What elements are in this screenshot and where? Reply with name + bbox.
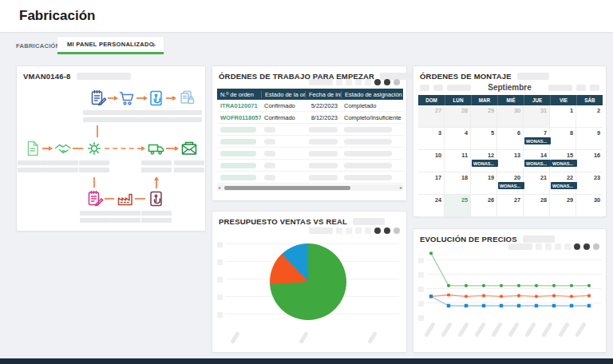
assembly-order-badge[interactable]: WONAS... bbox=[498, 182, 524, 189]
x-axis-label-placeholder bbox=[367, 331, 378, 344]
flow-node-open-mail[interactable] bbox=[170, 139, 208, 172]
arrow-right-icon bbox=[141, 146, 145, 151]
table-row-skeleton bbox=[217, 124, 403, 136]
toolbar-dot-icon[interactable] bbox=[394, 228, 400, 234]
arrow-right-icon bbox=[172, 96, 176, 101]
calendar-day[interactable]: 13 bbox=[497, 150, 524, 172]
day-number: 21 bbox=[540, 174, 547, 181]
toolbar-dot-icon[interactable] bbox=[374, 228, 381, 234]
order-start-date: 5/22/2023 bbox=[305, 102, 341, 109]
flow-node-secured-documents[interactable] bbox=[168, 89, 206, 122]
calendar-day[interactable]: 16 bbox=[576, 150, 603, 172]
flow-node-touch-device-dark[interactable] bbox=[137, 189, 176, 223]
placeholder-bar bbox=[447, 85, 471, 91]
calendar-day[interactable]: 11 bbox=[445, 150, 471, 172]
calendar-day[interactable]: 8 bbox=[550, 128, 576, 150]
calendar-day[interactable]: 27 bbox=[418, 105, 445, 128]
calendar-week: 24 25 26 27 28 29 30 bbox=[418, 195, 603, 217]
scroll-right-icon[interactable]: ▸ bbox=[400, 185, 402, 190]
calendar-day[interactable]: 2 bbox=[576, 105, 603, 128]
order-status: Confirmado bbox=[261, 114, 305, 121]
flow-panel-title: VMAN0146-8 bbox=[23, 72, 71, 81]
calendar-day[interactable]: 28 bbox=[445, 105, 471, 128]
toolbar-dot-icon[interactable] bbox=[384, 79, 390, 85]
toolbar-dot-icon[interactable] bbox=[384, 228, 390, 234]
calendar-day[interactable]: 22WONAS... bbox=[550, 172, 576, 195]
calendar-day[interactable]: 27 bbox=[497, 195, 524, 217]
panel-toolbar bbox=[309, 79, 400, 85]
document-icon bbox=[23, 139, 42, 158]
calendar-day[interactable]: 20WONAS... bbox=[497, 172, 524, 195]
order-number-link[interactable]: ITRA0120071 bbox=[217, 102, 261, 109]
calendar-nav-button-placeholder[interactable] bbox=[576, 85, 586, 91]
calendar-day[interactable]: 29 bbox=[471, 105, 497, 128]
calendar-day[interactable]: 30 bbox=[576, 195, 603, 217]
calendar-day[interactable]: 3 bbox=[418, 128, 445, 150]
gear-icon bbox=[85, 139, 104, 158]
calendar-day[interactable]: 17 bbox=[418, 172, 445, 195]
calendar-day[interactable]: 28 bbox=[524, 195, 550, 217]
toolbar-dot-icon[interactable] bbox=[374, 79, 381, 85]
calendar-day[interactable]: 15WONAS... bbox=[550, 150, 576, 172]
factory-icon bbox=[116, 189, 135, 208]
calendar-nav-button-placeholder[interactable] bbox=[590, 85, 599, 91]
flow-node-gear[interactable] bbox=[75, 139, 113, 172]
x-axis-label-placeholder bbox=[474, 322, 486, 338]
assembly-order-badge[interactable]: WONAS... bbox=[472, 160, 498, 167]
toolbar-icon-placeholder bbox=[346, 228, 352, 234]
assembly-orders-title: ÓRDENES DE MONTAJE bbox=[420, 72, 512, 81]
column-header[interactable]: Estado de asignación bbox=[341, 91, 403, 98]
assembly-order-badge[interactable]: WONAS... bbox=[524, 137, 551, 144]
price-lines-svg[interactable] bbox=[420, 247, 602, 322]
arrow-up-icon bbox=[154, 176, 159, 180]
calendar-day[interactable]: 12WONAS... bbox=[471, 150, 497, 172]
calendar-day[interactable]: 21 bbox=[524, 172, 550, 195]
budget-pie-chart[interactable] bbox=[270, 243, 346, 320]
calendar-day[interactable]: 10 bbox=[418, 150, 445, 172]
calendar-day[interactable]: 23 bbox=[576, 172, 603, 195]
calendar-day[interactable]: 26 bbox=[471, 195, 497, 217]
calendar-day[interactable]: 1 bbox=[550, 105, 576, 128]
column-header[interactable]: N.º de orden bbox=[217, 91, 261, 98]
calendar-day[interactable]: 18 bbox=[445, 172, 471, 195]
calendar-day[interactable]: 31 bbox=[524, 105, 550, 128]
calendar-day[interactable]: 29 bbox=[550, 195, 576, 217]
calendar-day[interactable]: 9 bbox=[576, 128, 603, 150]
horizontal-scrollbar[interactable]: ◂ ▸ bbox=[217, 184, 403, 191]
toolbar-dot-icon[interactable] bbox=[394, 79, 400, 85]
calendar-nav-button-placeholder[interactable] bbox=[433, 85, 443, 91]
day-number: 4 bbox=[465, 129, 468, 136]
order-assignment-status: Completado bbox=[341, 102, 403, 109]
x-axis-label-placeholder bbox=[524, 322, 536, 338]
flow-connector bbox=[73, 148, 83, 149]
scrollbar-thumb[interactable] bbox=[224, 186, 350, 190]
calendar-day-today[interactable]: 25 bbox=[445, 195, 471, 217]
calendar-day[interactable]: 7WONAS... bbox=[524, 128, 550, 150]
calendar-day[interactable]: 5 bbox=[471, 128, 497, 150]
table-row[interactable]: ITRA0120071 Confirmado 5/22/2023 Complet… bbox=[217, 100, 403, 112]
assembly-order-badge[interactable]: WONAS... bbox=[551, 182, 577, 189]
x-axis-label-placeholder bbox=[575, 322, 587, 338]
assembly-order-badge[interactable]: WONAS... bbox=[551, 160, 577, 167]
calendar-day[interactable]: 6 bbox=[497, 128, 524, 150]
toolbar-icon-placeholder bbox=[346, 79, 352, 85]
day-number: 8 bbox=[570, 129, 573, 136]
calendar-day[interactable]: 4 bbox=[445, 128, 471, 150]
calendar-day[interactable]: 30 bbox=[497, 105, 524, 128]
flow-connector bbox=[135, 198, 145, 200]
assembly-order-badge[interactable]: WONAS... bbox=[524, 160, 551, 167]
calendar-day[interactable]: 19 bbox=[471, 172, 497, 195]
panel-toolbar bbox=[309, 228, 400, 234]
column-header[interactable]: Fecha de inicio bbox=[305, 91, 341, 98]
calendar-day[interactable]: 14WONAS... bbox=[524, 150, 550, 172]
calendar-day[interactable]: 24 bbox=[418, 195, 445, 217]
placeholder-bar bbox=[110, 218, 140, 223]
placeholder-bar bbox=[523, 235, 555, 243]
scroll-left-icon[interactable]: ◂ bbox=[218, 185, 220, 190]
calendar-nav-button-placeholder[interactable] bbox=[420, 85, 429, 91]
price-evolution-panel: EVOLUCIÓN DE PRECIOS bbox=[413, 228, 607, 353]
table-row[interactable]: WOFR0118057 Confirmado 8/12/2023 Complet… bbox=[217, 112, 403, 124]
column-header[interactable]: Estado de la orden bbox=[261, 91, 305, 98]
order-number-link[interactable]: WOFR0118057 bbox=[217, 114, 261, 121]
add-tab-button[interactable]: + bbox=[142, 37, 166, 54]
